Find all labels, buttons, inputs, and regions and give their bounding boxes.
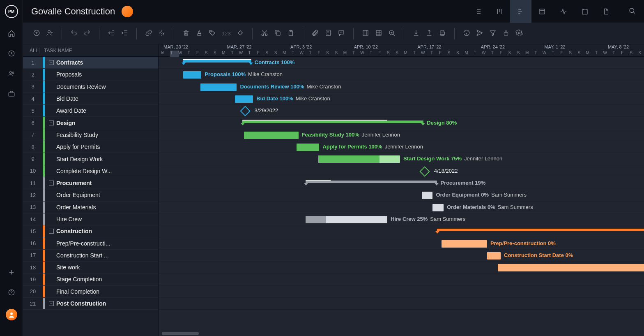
collapse-icon[interactable]: −: [49, 60, 54, 65]
project-avatar[interactable]: [122, 6, 133, 17]
task-row[interactable]: 2 Proposals: [23, 69, 158, 81]
gantt-summary-bar[interactable]: [242, 120, 424, 123]
columns-icon[interactable]: [360, 28, 371, 39]
gantt-bar[interactable]: [442, 240, 487, 248]
task-row[interactable]: 16 Prep/Pre-constructi...: [23, 237, 158, 249]
row-number: 21: [23, 301, 39, 307]
view-list-icon[interactable]: [467, 0, 489, 23]
attach-icon[interactable]: [310, 28, 320, 39]
unlink-icon[interactable]: [156, 28, 167, 39]
task-name: Construction: [56, 228, 92, 234]
view-calendar-icon[interactable]: [574, 0, 596, 23]
column-all[interactable]: ALL: [23, 48, 39, 53]
add-task-icon[interactable]: [31, 28, 42, 39]
task-row[interactable]: 12 Order Equipment: [23, 189, 158, 201]
clock-icon[interactable]: [8, 50, 15, 58]
collapse-icon[interactable]: −: [49, 181, 54, 185]
view-files-icon[interactable]: [596, 0, 617, 23]
task-row[interactable]: 21 − Post Construction: [23, 298, 158, 310]
grid-icon[interactable]: [373, 28, 384, 39]
task-row[interactable]: 13 Order Materials: [23, 202, 158, 213]
row-number: 15: [23, 228, 39, 234]
link-icon[interactable]: [143, 28, 154, 39]
send-icon[interactable]: [474, 28, 485, 39]
settings-icon[interactable]: [514, 28, 524, 39]
outdent-icon[interactable]: [106, 28, 117, 39]
export-icon[interactable]: [424, 28, 435, 39]
add-user-icon[interactable]: [44, 28, 55, 39]
user-avatar[interactable]: [6, 309, 17, 320]
task-row[interactable]: 5 Award Date: [23, 105, 158, 117]
task-row[interactable]: 19 Stage Completion: [23, 273, 158, 285]
search-icon[interactable]: [628, 7, 636, 16]
gantt-bar[interactable]: [498, 264, 644, 271]
gantt-body[interactable]: Contracts 100%Proposals 100%Mike Cransto…: [159, 57, 644, 336]
view-board-icon[interactable]: [489, 0, 510, 23]
collapse-icon[interactable]: −: [49, 229, 54, 234]
print-icon[interactable]: [437, 28, 448, 39]
copy-icon[interactable]: [272, 28, 283, 39]
gantt-bar[interactable]: [200, 83, 237, 91]
help-icon[interactable]: [8, 289, 15, 297]
note-icon[interactable]: [323, 28, 334, 39]
task-row[interactable]: 15 − Construction: [23, 225, 158, 237]
task-row[interactable]: 8 Apply for Permits: [23, 141, 158, 153]
gantt-bar[interactable]: [235, 95, 253, 103]
app-logo[interactable]: PM: [5, 5, 18, 18]
redo-icon[interactable]: [82, 28, 92, 39]
text-style-icon[interactable]: [194, 28, 205, 39]
gantt-summary-bar[interactable]: [437, 229, 644, 231]
delete-icon[interactable]: [181, 28, 191, 39]
indent-icon[interactable]: [119, 28, 130, 39]
task-row[interactable]: 1 − Contracts: [23, 57, 158, 69]
paste-icon[interactable]: [285, 28, 296, 39]
task-row[interactable]: 9 Start Design Work: [23, 153, 158, 165]
team-icon[interactable]: [8, 70, 15, 79]
task-row[interactable]: 11 − Procurement: [23, 177, 158, 189]
gantt-bar[interactable]: [432, 204, 443, 211]
gantt-bar[interactable]: [422, 192, 432, 199]
filter-icon[interactable]: [488, 28, 498, 39]
task-row[interactable]: 17 Construction Start ...: [23, 250, 158, 262]
task-row[interactable]: 4 Bid Date: [23, 93, 158, 105]
lock-icon[interactable]: [501, 28, 511, 39]
task-row[interactable]: 14 Hire Crew: [23, 213, 158, 225]
task-row[interactable]: 18 Site work: [23, 262, 158, 273]
milestone-icon[interactable]: [235, 28, 246, 39]
import-icon[interactable]: [411, 28, 421, 39]
gantt-bar[interactable]: [318, 155, 400, 163]
view-sheet-icon[interactable]: [531, 0, 553, 23]
task-row[interactable]: 7 Feasibility Study: [23, 129, 158, 141]
gantt-summary-bar[interactable]: [183, 60, 251, 63]
gantt-summary-bar[interactable]: [306, 181, 437, 183]
row-number: 3: [23, 83, 39, 90]
home-icon[interactable]: [8, 30, 15, 38]
briefcase-icon[interactable]: [8, 90, 15, 99]
zoom-icon[interactable]: [386, 28, 397, 39]
gantt-bar[interactable]: [244, 132, 298, 139]
task-row[interactable]: 3 Documents Review: [23, 81, 158, 93]
add-icon[interactable]: [8, 269, 15, 277]
view-gantt-icon[interactable]: [510, 0, 531, 23]
collapse-icon[interactable]: −: [49, 120, 54, 125]
task-row[interactable]: 10 Complete Design W...: [23, 165, 158, 177]
info-icon[interactable]: [461, 28, 472, 39]
week-label: MAY, 8 '22: [608, 44, 629, 49]
collapse-icon[interactable]: −: [49, 301, 54, 306]
gantt-bar[interactable]: [297, 144, 319, 151]
tag-icon[interactable]: [207, 28, 218, 39]
gantt-bar[interactable]: [487, 252, 501, 260]
horizontal-scrollbar[interactable]: [162, 332, 199, 335]
task-row[interactable]: 6 − Design: [23, 117, 158, 129]
undo-icon[interactable]: [69, 28, 79, 39]
cut-icon[interactable]: [259, 28, 270, 39]
gantt-bar[interactable]: [183, 71, 201, 79]
bar-label-pct: 100%: [346, 132, 359, 138]
bar-label-name: Documents Review: [240, 83, 289, 90]
comment-icon[interactable]: [336, 28, 347, 39]
column-task-name[interactable]: TASK NAME: [39, 48, 158, 53]
view-activity-icon[interactable]: [553, 0, 574, 23]
gantt-bar[interactable]: [306, 216, 387, 223]
task-row[interactable]: 20 Final Completion: [23, 286, 158, 298]
gantt-chart[interactable]: MAR, 20 '22MAR, 27 '22APR, 3 '22APR, 10 …: [159, 44, 644, 336]
